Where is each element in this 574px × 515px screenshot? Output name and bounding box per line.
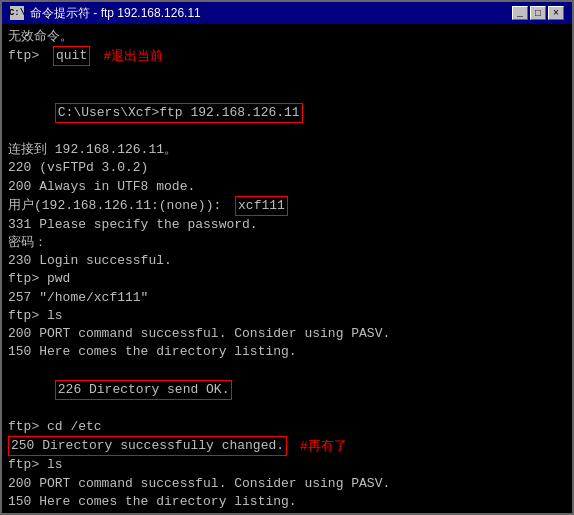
- blank-line-1: [8, 66, 566, 84]
- close-button[interactable]: ×: [548, 6, 564, 20]
- title-bar-buttons: _ □ ×: [512, 6, 564, 20]
- line-230-login: 230 Login successful.: [8, 252, 566, 270]
- username-box: xcf111: [235, 196, 288, 216]
- line-cd-etc: ftp> cd /etc: [8, 418, 566, 436]
- line-quit: ftp> quit #退出当前: [8, 46, 566, 66]
- window: C:\ 命令提示符 - ftp 192.168.126.11 _ □ × 无效命…: [0, 0, 574, 515]
- line-ftp-connect-cmd: C:\Users\Xcf>ftp 192.168.126.11: [8, 85, 566, 142]
- title-bar: C:\ 命令提示符 - ftp 192.168.126.11 _ □ ×: [2, 2, 572, 24]
- line-226: 226 Directory send OK.: [8, 361, 566, 418]
- user-prefix: 用户(192.168.126.11:(none)):: [8, 197, 229, 215]
- line-user: 用户(192.168.126.11:(none)): xcf111: [8, 196, 566, 216]
- line-password-prompt: 密码：: [8, 234, 566, 252]
- quit-cmd-box: quit: [53, 46, 90, 66]
- terminal-body: 无效命令。 ftp> quit #退出当前 C:\Users\Xcf>ftp 1…: [2, 24, 572, 513]
- line-250: 250 Directory successfully changed. #再有了: [8, 436, 566, 456]
- line-220: 220 (vsFTPd 3.0.2): [8, 159, 566, 177]
- line-200-port-2: 200 PORT command successful. Consider us…: [8, 475, 566, 493]
- line-ls-1: ftp> ls: [8, 307, 566, 325]
- 250-box: 250 Directory successfully changed.: [8, 436, 287, 456]
- minimize-button[interactable]: _: [512, 6, 528, 20]
- window-icon: C:\: [10, 6, 24, 20]
- line-150-1: 150 Here comes the directory listing.: [8, 343, 566, 361]
- line-150-2: 150 Here comes the directory listing.: [8, 493, 566, 511]
- ftp-prompt-1: ftp>: [8, 47, 47, 65]
- quit-comment: #退出当前: [96, 47, 162, 65]
- 226-box: 226 Directory send OK.: [55, 380, 233, 400]
- line-257: 257 "/home/xcf111": [8, 289, 566, 307]
- line-331: 331 Please specify the password.: [8, 216, 566, 234]
- line-invalid-cmd: 无效命令。: [8, 28, 566, 46]
- ftp-connect-box: C:\Users\Xcf>ftp 192.168.126.11: [55, 103, 303, 123]
- line-connecting: 连接到 192.168.126.11。: [8, 141, 566, 159]
- line-200-port-1: 200 PORT command successful. Consider us…: [8, 325, 566, 343]
- 250-comment: #再有了: [293, 437, 346, 455]
- line-ls-2: ftp> ls: [8, 456, 566, 474]
- line-200-utf8: 200 Always in UTF8 mode.: [8, 178, 566, 196]
- title-bar-text: 命令提示符 - ftp 192.168.126.11: [30, 5, 506, 22]
- maximize-button[interactable]: □: [530, 6, 546, 20]
- line-pwd-cmd: ftp> pwd: [8, 270, 566, 288]
- line-dir-colors: DIR_COLORS: [8, 511, 566, 513]
